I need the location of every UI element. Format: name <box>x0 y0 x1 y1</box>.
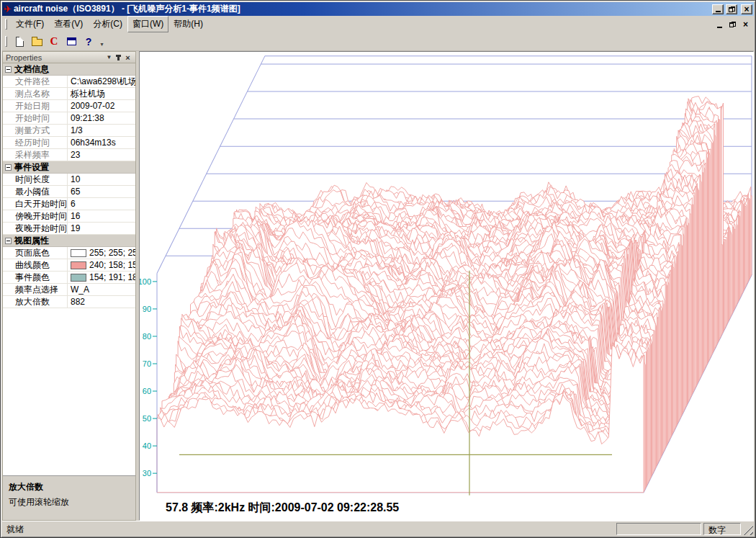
property-value[interactable]: 06h34m13s <box>68 137 135 148</box>
mdi-minimize-icon <box>717 27 722 28</box>
property-value[interactable]: 10 <box>68 174 135 185</box>
mdi-minimize-button[interactable] <box>714 19 726 30</box>
status-pane-num: 数字 <box>703 523 741 535</box>
property-value[interactable]: 240; 158; 15 <box>68 259 135 271</box>
color-swatch[interactable] <box>71 274 86 282</box>
title-bar[interactable]: ✈ aircraft noise（ISO3891） - [飞机噪声分析1-事件1… <box>2 2 754 16</box>
restore-button[interactable] <box>726 4 737 14</box>
property-value[interactable]: 255; 255; 25 <box>68 247 135 259</box>
y-axis-label: 70 <box>143 359 151 368</box>
property-value[interactable]: 栎社机场 <box>68 88 135 99</box>
new-document-button[interactable] <box>11 34 28 50</box>
property-value[interactable]: C:\awa6298\机场 <box>68 76 135 87</box>
property-value-text: 2009-07-02 <box>71 101 114 112</box>
property-value[interactable]: 6 <box>68 198 135 210</box>
property-value[interactable]: 2009-07-02 <box>68 100 135 112</box>
main-area: Properties ▼ × 文档信息文件路径C:\awa6298\机场测点名称… <box>2 51 754 521</box>
toolbar-grip[interactable] <box>5 36 7 47</box>
resize-grip-icon[interactable] <box>743 525 753 535</box>
panel-close-button[interactable]: × <box>123 53 132 62</box>
properties-window-icon <box>67 37 76 45</box>
menubar-grip[interactable] <box>5 19 7 30</box>
mdi-close-icon: × <box>743 20 748 29</box>
help-button[interactable]: ? <box>80 34 97 50</box>
property-row: 放大倍数882 <box>3 296 135 308</box>
color-swatch[interactable] <box>71 249 86 257</box>
close-button[interactable]: × <box>741 4 752 14</box>
property-value-text: 09:21:38 <box>71 113 104 124</box>
property-value[interactable]: 65 <box>68 186 135 197</box>
toolbar-overflow-button[interactable]: ▾ <box>97 34 107 50</box>
property-value[interactable]: W_A <box>68 284 135 295</box>
property-section-event-settings[interactable]: 事件设置 <box>3 161 135 174</box>
property-row: 最小阈值65 <box>3 186 135 198</box>
property-value[interactable]: 154; 191; 18 <box>68 272 135 283</box>
properties-grid-filler <box>3 308 135 475</box>
properties-button[interactable] <box>63 34 80 50</box>
property-value[interactable]: 19 <box>68 223 135 234</box>
property-row: 傍晚开始时间16 <box>3 210 135 223</box>
collapse-icon[interactable] <box>5 238 12 244</box>
c-tool-button[interactable]: C <box>45 34 63 50</box>
property-value-text: 154; 191; 18 <box>89 272 135 283</box>
app-icon: ✈ <box>4 4 12 14</box>
mdi-restore-button[interactable] <box>726 19 739 30</box>
minimize-button[interactable] <box>712 4 724 14</box>
section-title: 事件设置 <box>14 162 49 173</box>
property-row: 曲线颜色240; 158; 15 <box>3 259 135 272</box>
app-window: ✈ aircraft noise（ISO3891） - [飞机噪声分析1-事件1… <box>0 0 756 538</box>
menu-item-analysis[interactable]: 分析(C) <box>88 16 127 32</box>
waterfall-plot[interactable]: 1009080706050403057.8 频率:2kHz 时间:2009-07… <box>140 52 753 520</box>
restore-icon <box>729 6 735 12</box>
open-file-button[interactable] <box>28 34 45 50</box>
menu-item-help[interactable]: 帮助(H) <box>168 16 208 32</box>
panel-dropdown-button[interactable]: ▼ <box>104 53 114 62</box>
property-row: 经历时间06h34m13s <box>3 137 135 149</box>
property-value-text: 65 <box>71 187 80 197</box>
panel-pin-button[interactable] <box>114 53 123 62</box>
property-label: 经历时间 <box>3 137 68 148</box>
property-value-text: 06h34m13s <box>71 138 116 148</box>
property-label: 测点名称 <box>3 88 68 99</box>
color-swatch[interactable] <box>71 261 86 269</box>
chevron-down-icon: ▾ <box>100 36 103 48</box>
property-label: 傍晚开始时间 <box>3 210 68 222</box>
property-label: 开始日期 <box>3 100 68 112</box>
property-label: 测量方式 <box>3 125 68 136</box>
property-section-view-properties[interactable]: 视图属性 <box>3 235 135 247</box>
property-value-text: 栎社机场 <box>71 89 105 99</box>
y-axis-label: 90 <box>143 305 151 313</box>
menu-bar: 文件(F)查看(V)分析(C)窗口(W)帮助(H) × <box>2 16 754 32</box>
property-row: 频率点选择W_A <box>3 284 135 296</box>
chart-annotation: 57.8 频率:2kHz 时间:2009-07-02 09:22:28.55 <box>166 501 399 514</box>
property-value[interactable]: 1/3 <box>68 125 135 136</box>
window-title: aircraft noise（ISO3891） - [飞机噪声分析1-事件1频谱… <box>14 3 710 15</box>
property-value-text: W_A <box>71 284 89 295</box>
property-row: 测量方式1/3 <box>3 125 135 137</box>
property-value[interactable]: 882 <box>68 296 135 308</box>
property-section-document-info[interactable]: 文档信息 <box>3 63 135 76</box>
property-label: 频率点选择 <box>3 284 68 295</box>
close-icon: × <box>744 5 749 14</box>
new-document-icon <box>16 37 24 47</box>
chart-area[interactable]: 1009080706050403057.8 频率:2kHz 时间:2009-07… <box>139 51 754 521</box>
properties-grid: 文档信息文件路径C:\awa6298\机场测点名称栎社机场开始日期2009-07… <box>3 63 135 308</box>
menu-item-file[interactable]: 文件(F) <box>11 16 49 32</box>
y-axis-label: 60 <box>143 387 151 395</box>
menu-item-view[interactable]: 查看(V) <box>49 16 88 32</box>
properties-panel: Properties ▼ × 文档信息文件路径C:\awa6298\机场测点名称… <box>2 51 136 521</box>
property-value[interactable]: 23 <box>68 149 135 161</box>
menu-item-window[interactable]: 窗口(W) <box>127 16 168 32</box>
status-bar: 就绪 数字 <box>2 521 754 536</box>
property-row: 开始时间09:21:38 <box>3 112 135 125</box>
collapse-icon[interactable] <box>5 66 12 73</box>
property-label: 白天开始时间 <box>3 198 68 210</box>
properties-panel-header[interactable]: Properties ▼ × <box>3 52 135 63</box>
property-value-text: 10 <box>71 174 80 185</box>
collapse-icon[interactable] <box>5 164 12 171</box>
property-value[interactable]: 09:21:38 <box>68 112 135 124</box>
property-label: 最小阈值 <box>3 186 68 197</box>
mdi-close-button[interactable]: × <box>739 19 752 30</box>
property-value[interactable]: 16 <box>68 210 135 222</box>
property-value-text: 255; 255; 25 <box>89 248 135 259</box>
